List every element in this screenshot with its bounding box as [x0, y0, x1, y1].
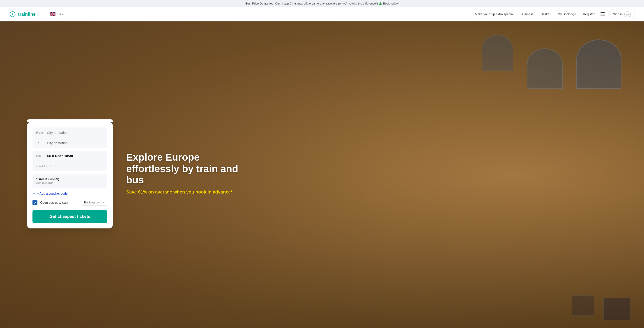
header: trainline EN Make your trip extra specia…	[0, 7, 644, 21]
lang-chevron-icon	[62, 12, 63, 16]
location-input-group: From To	[32, 127, 107, 148]
booking-com-label: Booking.com	[84, 201, 101, 204]
hero-text-block: Explore Europe effortlessly by train and…	[126, 152, 252, 195]
hamburger-line-3	[600, 15, 605, 16]
svg-point-2	[627, 13, 628, 14]
open-places-checkbox[interactable]	[32, 200, 38, 205]
sign-in-button[interactable]: Sign in	[610, 9, 635, 19]
banner-text: Best Price Guarantee: Our in-app Christm…	[245, 2, 398, 5]
header-nav: Make your trip extra special Business Ba…	[472, 9, 635, 19]
hamburger-line-1	[600, 12, 605, 13]
plus-icon: ＋	[32, 192, 36, 196]
get-cheapest-tickets-button[interactable]: Get cheapest tickets	[32, 210, 107, 223]
nav-make-trip[interactable]: Make your trip extra special	[472, 10, 516, 18]
hamburger-line-2	[600, 14, 605, 14]
checkmark-icon	[33, 201, 36, 204]
return-date-row[interactable]: + Add a return	[32, 161, 107, 171]
lang-code: EN	[56, 12, 61, 16]
logo[interactable]: trainline	[9, 10, 38, 18]
out-date-value: Su 8 Dec • 18:30	[47, 154, 73, 158]
date-input-group: Out Su 8 Dec • 18:30 + Add a return	[32, 151, 107, 171]
top-banner: Best Price Guarantee: Our in-app Christm…	[0, 0, 644, 7]
sign-in-label: Sign in	[613, 12, 622, 16]
to-input-row[interactable]: To	[32, 138, 107, 148]
passengers-box[interactable]: 1 Adult (26-59) Add railcards	[32, 174, 107, 188]
nav-register[interactable]: Register	[580, 10, 598, 18]
lang-selector[interactable]: EN	[47, 10, 66, 18]
return-placeholder: + Add a return	[36, 164, 58, 168]
avatar-icon	[624, 11, 631, 17]
from-input-row[interactable]: From	[32, 127, 107, 138]
hero-section: From To Out Su 8 Dec • 18:30 + Add a ret…	[0, 21, 644, 328]
svg-text:trainline: trainline	[18, 12, 36, 17]
outbound-date-row[interactable]: Out Su 8 Dec • 18:30	[32, 151, 107, 161]
from-label: From	[36, 131, 44, 134]
nav-my-bookings[interactable]: My Bookings	[554, 10, 579, 18]
voucher-label: + Add a voucher code	[37, 192, 68, 195]
out-label: Out	[36, 154, 44, 157]
add-voucher-button[interactable]: ＋ + Add a voucher code	[32, 192, 107, 196]
passengers-count: 1 Adult (26-59)	[36, 177, 104, 181]
railcards-label: Add railcards	[36, 181, 104, 185]
hero-headline: Explore Europe effortlessly by train and…	[126, 152, 252, 186]
hero-subheadline: Save 61% on average when you book in adv…	[126, 189, 252, 195]
uk-flag-icon	[50, 12, 56, 16]
hamburger-menu-button[interactable]	[599, 10, 607, 18]
to-input[interactable]	[47, 141, 104, 145]
from-input[interactable]	[47, 131, 104, 134]
open-places-label[interactable]: Open places to stay	[40, 201, 68, 204]
nav-business[interactable]: Business	[518, 10, 537, 18]
external-link-icon: ↗	[102, 201, 104, 204]
nav-basket[interactable]: Basket	[538, 10, 554, 18]
to-label: To	[36, 141, 44, 145]
search-card: From To Out Su 8 Dec • 18:30 + Add a ret…	[27, 122, 113, 228]
open-places-row: Open places to stay Booking.com ↗	[32, 199, 107, 206]
booking-com-badge[interactable]: Booking.com ↗	[81, 199, 107, 206]
